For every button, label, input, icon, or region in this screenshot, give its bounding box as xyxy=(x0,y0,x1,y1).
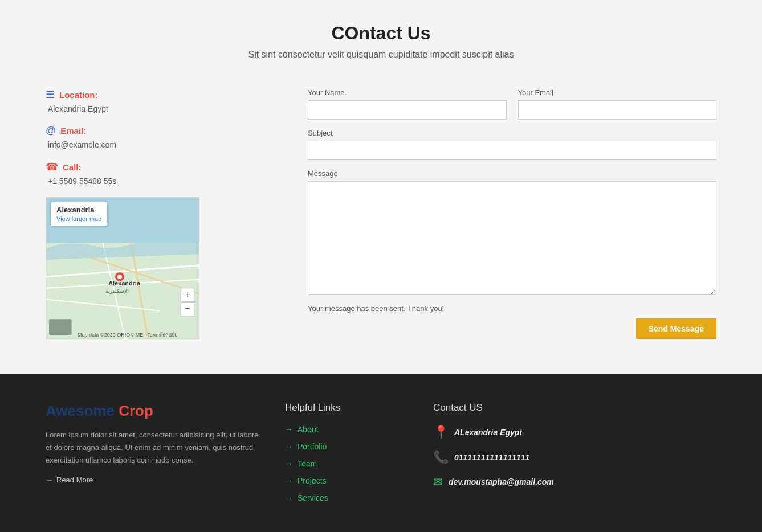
contact-info-panel: ☰ Location: Alexandria Egypt @ Email: in… xyxy=(46,88,285,339)
call-info: ☎ Call: +1 5589 55488 55s xyxy=(46,161,285,186)
phone-green-icon: 📞 xyxy=(433,450,449,465)
footer-contact-section: Contact US 📍 ALexandria Egypt 📞 01111111… xyxy=(433,402,716,510)
phone-icon: ☎ xyxy=(46,161,58,173)
svg-text:الإسكندرية: الإسكندرية xyxy=(105,288,129,294)
footer-links-list: → About → Portfolio → Team → Projects xyxy=(285,425,410,502)
portfolio-link[interactable]: Portfolio xyxy=(298,442,327,451)
brand-title: Awesome Crop xyxy=(46,402,262,420)
footer-links-section: Helpful Links → About → Portfolio → Team xyxy=(285,402,410,510)
call-value: +1 5589 55488 55s xyxy=(46,177,285,186)
link-portfolio: → Portfolio xyxy=(285,442,410,451)
footer-phone: 01111111111111111 xyxy=(454,453,529,462)
map-embed: Alexandria View larger map xyxy=(46,197,199,339)
email-input[interactable] xyxy=(518,100,717,120)
footer-email: dev.moustapha@gmail.com xyxy=(449,477,554,486)
read-more-link[interactable]: → Read More xyxy=(46,476,262,484)
location-info: ☰ Location: Alexandria Egypt xyxy=(46,88,285,113)
message-textarea[interactable] xyxy=(308,181,716,295)
arrow-icon-projects: → xyxy=(285,476,293,485)
page-subtitle: Sit sint consectetur velit quisquam cupi… xyxy=(46,50,716,60)
page-title: COntact Us xyxy=(46,23,716,44)
services-link[interactable]: Services xyxy=(298,493,328,502)
subject-input[interactable] xyxy=(308,141,716,160)
email-value: info@example.com xyxy=(46,140,285,149)
email-info: @ Email: info@example.com xyxy=(46,125,285,149)
footer-contact-title: Contact US xyxy=(433,402,716,414)
team-link[interactable]: Team xyxy=(298,459,317,468)
email-label: Email: xyxy=(60,126,86,136)
svg-text:−: − xyxy=(185,304,190,313)
svg-point-11 xyxy=(117,275,122,279)
svg-rect-17 xyxy=(49,319,72,335)
name-field-group: Your Name xyxy=(308,88,507,120)
footer-brand: Awesome Crop Lorem ipsum dolor sit amet,… xyxy=(46,402,262,510)
name-label: Your Name xyxy=(308,88,507,97)
message-label: Message xyxy=(308,169,716,178)
map-label: Alexandria View larger map xyxy=(51,202,107,226)
brand-description: Lorem ipsum dolor sit amet, consectetur … xyxy=(46,429,262,466)
svg-text:Alexandria: Alexandria xyxy=(108,280,141,287)
links-title: Helpful Links xyxy=(285,402,410,414)
arrow-right-icon: → xyxy=(46,476,53,484)
projects-link[interactable]: Projects xyxy=(298,476,327,485)
map-city-name: Alexandria xyxy=(56,206,101,214)
subject-field-group: Subject xyxy=(308,129,716,160)
call-label: Call: xyxy=(63,162,82,172)
location-icon: ☰ xyxy=(46,88,55,101)
arrow-icon-team: → xyxy=(285,459,293,468)
message-field-group: Message xyxy=(308,169,716,295)
map-attribution: Map data ©2020 ORION-ME Terms of Use xyxy=(78,332,178,338)
email-green-icon: ✉ xyxy=(433,475,443,489)
map-pin-icon: 📍 xyxy=(433,425,449,440)
link-team: → Team xyxy=(285,459,410,468)
about-link[interactable]: About xyxy=(298,425,319,434)
footer-phone-item: 📞 01111111111111111 xyxy=(433,450,716,465)
brand-name-part2: Crop xyxy=(119,402,153,419)
email-field-group: Your Email xyxy=(518,88,717,120)
link-projects: → Projects xyxy=(285,476,410,485)
footer-address-item: 📍 ALexandria Egypt xyxy=(433,425,716,440)
arrow-icon-portfolio: → xyxy=(285,442,293,451)
footer: Awesome Crop Lorem ipsum dolor sit amet,… xyxy=(0,374,762,532)
location-value: Alexandria Egypt xyxy=(46,104,285,113)
footer-address: ALexandria Egypt xyxy=(454,428,522,437)
link-about: → About xyxy=(285,425,410,434)
map-larger-link[interactable]: View larger map xyxy=(56,215,101,222)
link-services: → Services xyxy=(285,493,410,502)
email-icon: @ xyxy=(46,125,56,137)
location-label: Location: xyxy=(59,90,98,100)
arrow-icon-about: → xyxy=(285,425,293,434)
send-message-button[interactable]: Send Message xyxy=(636,318,716,339)
arrow-icon-services: → xyxy=(285,493,293,502)
footer-email-item: ✉ dev.moustapha@gmail.com xyxy=(433,475,716,489)
contact-form: Your Name Your Email Subject xyxy=(308,88,716,339)
success-message: Your message has been sent. Thank you! xyxy=(308,304,716,313)
email-form-label: Your Email xyxy=(518,88,717,97)
svg-text:+: + xyxy=(185,289,190,299)
name-input[interactable] xyxy=(308,100,507,120)
brand-name-part1: Awesome xyxy=(46,402,115,419)
subject-label: Subject xyxy=(308,129,716,137)
